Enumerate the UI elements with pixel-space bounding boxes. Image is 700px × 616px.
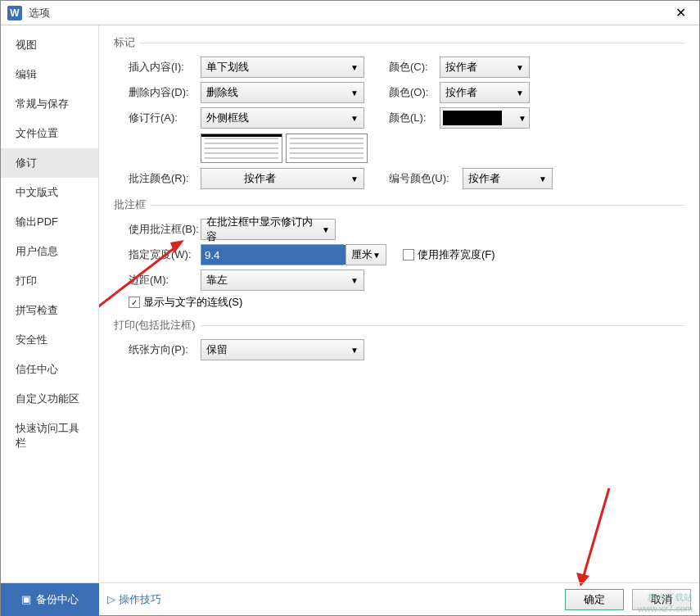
backup-icon: ▣ bbox=[21, 593, 31, 605]
margin-combo[interactable]: 靠左▼ bbox=[201, 270, 364, 291]
sidebar-item-output-pdf[interactable]: 输出PDF bbox=[1, 207, 98, 237]
unit-combo[interactable]: 厘米▼ bbox=[345, 244, 386, 265]
sidebar-item-revision[interactable]: 修订 bbox=[1, 148, 98, 178]
sidebar-item-edit[interactable]: 编辑 bbox=[1, 60, 98, 89]
section-mark: 标记 bbox=[114, 35, 684, 50]
color-o-label: 颜色(O): bbox=[389, 85, 440, 100]
chevron-down-icon: ▼ bbox=[350, 346, 359, 355]
sidebar-item-file-location[interactable]: 文件位置 bbox=[1, 119, 98, 148]
sidebar-item-trust-center[interactable]: 信任中心 bbox=[1, 355, 98, 384]
paper-value: 保留 bbox=[206, 342, 228, 357]
use-rec-width-label: 使用推荐宽度(F) bbox=[418, 247, 495, 262]
play-icon: ▷ bbox=[107, 593, 115, 605]
comment-color-label: 批注颜色(R): bbox=[129, 171, 201, 186]
use-balloon-combo[interactable]: 在批注框中显示修订内容▼ bbox=[201, 219, 336, 240]
watermark-line2: www.xz7.com bbox=[638, 604, 693, 614]
options-window: W 选项 ✕ 视图 编辑 常规与保存 文件位置 修订 中文版式 输出PDF 用户… bbox=[0, 0, 700, 616]
sidebar-item-security[interactable]: 安全性 bbox=[1, 325, 98, 355]
section-balloon-label: 批注框 bbox=[114, 197, 146, 212]
show-line-label: 显示与文字的连线(S) bbox=[143, 295, 242, 310]
chevron-down-icon: ▼ bbox=[373, 251, 381, 260]
backup-center-button[interactable]: ▣ 备份中心 bbox=[1, 583, 99, 616]
checkbox-icon bbox=[403, 249, 414, 260]
chevron-down-icon: ▼ bbox=[350, 174, 359, 183]
sidebar-item-spell-check[interactable]: 拼写检查 bbox=[1, 296, 98, 325]
section-print: 打印(包括批注框) bbox=[114, 318, 684, 333]
sidebar-item-user-info[interactable]: 用户信息 bbox=[1, 237, 98, 266]
chevron-down-icon: ▼ bbox=[516, 88, 524, 97]
sidebar-item-general-save[interactable]: 常规与保存 bbox=[1, 89, 98, 119]
sidebar-item-print[interactable]: 打印 bbox=[1, 266, 98, 296]
width-input[interactable]: ▲▼ bbox=[201, 244, 344, 265]
chevron-down-icon: ▼ bbox=[350, 63, 359, 72]
delete-combo-value: 删除线 bbox=[206, 85, 238, 100]
color-l-combo[interactable]: ▼ bbox=[440, 107, 530, 129]
chevron-down-icon: ▼ bbox=[518, 114, 526, 123]
section-print-label: 打印(包括批注框) bbox=[114, 318, 196, 333]
unit-value: 厘米 bbox=[351, 247, 373, 262]
color-l-label: 颜色(L): bbox=[389, 111, 440, 125]
checkbox-checked-icon bbox=[129, 297, 140, 308]
tips-label: 操作技巧 bbox=[119, 592, 161, 607]
paper-combo[interactable]: 保留▼ bbox=[201, 339, 364, 360]
section-balloon: 批注框 bbox=[114, 197, 684, 212]
delete-combo[interactable]: 删除线▼ bbox=[201, 82, 364, 103]
tips-link[interactable]: ▷ 操作技巧 bbox=[107, 592, 161, 607]
sidebar-item-chinese-layout[interactable]: 中文版式 bbox=[1, 178, 98, 207]
section-mark-label: 标记 bbox=[114, 35, 135, 50]
black-swatch bbox=[443, 111, 502, 125]
revised-combo[interactable]: 外侧框线▼ bbox=[201, 107, 364, 129]
titlebar: W 选项 ✕ bbox=[1, 1, 699, 25]
watermark: 极光下载站 www.xz7.com bbox=[638, 591, 693, 614]
footer: ▣ 备份中心 ▷ 操作技巧 确定 取消 bbox=[1, 582, 699, 615]
use-balloon-value: 在批注框中显示修订内容 bbox=[206, 215, 322, 244]
sidebar-item-customize-ribbon[interactable]: 自定义功能区 bbox=[1, 384, 98, 414]
num-color-combo[interactable]: 按作者▼ bbox=[463, 168, 553, 189]
show-line-checkbox[interactable]: 显示与文字的连线(S) bbox=[129, 295, 242, 310]
backup-label: 备份中心 bbox=[36, 592, 79, 607]
num-color-label: 编号颜色(U): bbox=[389, 171, 463, 186]
chevron-down-icon: ▼ bbox=[322, 225, 330, 234]
color-c-combo[interactable]: 按作者▼ bbox=[440, 57, 530, 78]
ok-button[interactable]: 确定 bbox=[565, 589, 624, 610]
margin-value: 靠左 bbox=[206, 273, 228, 288]
revised-label: 修订行(A): bbox=[129, 111, 201, 125]
chevron-down-icon: ▼ bbox=[539, 174, 547, 183]
color-c-value: 按作者 bbox=[445, 60, 477, 75]
sidebar-item-quick-access[interactable]: 快速访问工具栏 bbox=[1, 414, 98, 458]
color-o-combo[interactable]: 按作者▼ bbox=[440, 82, 530, 103]
preview-box-2 bbox=[286, 134, 368, 163]
width-label: 指定宽度(W): bbox=[129, 247, 201, 262]
main-panel: 标记 插入内容(I): 单下划线▼ 颜色(C): 按作者▼ 删除内容(D): 删… bbox=[99, 25, 699, 582]
color-o-value: 按作者 bbox=[445, 85, 477, 100]
margin-label: 边距(M): bbox=[129, 273, 201, 288]
chevron-down-icon: ▼ bbox=[516, 63, 524, 72]
num-color-value: 按作者 bbox=[468, 171, 500, 186]
watermark-line1: 极光下载站 bbox=[638, 591, 693, 604]
comment-color-combo[interactable]: 按作者▼ bbox=[201, 168, 364, 189]
chevron-down-icon: ▼ bbox=[350, 88, 359, 97]
color-c-label: 颜色(C): bbox=[389, 60, 440, 75]
close-icon[interactable]: ✕ bbox=[668, 5, 693, 20]
chevron-down-icon: ▼ bbox=[350, 114, 359, 123]
width-value-input[interactable] bbox=[201, 245, 346, 265]
revised-combo-value: 外侧框线 bbox=[206, 111, 249, 125]
sidebar: 视图 编辑 常规与保存 文件位置 修订 中文版式 输出PDF 用户信息 打印 拼… bbox=[1, 25, 99, 582]
window-title: 选项 bbox=[29, 6, 668, 20]
chevron-down-icon: ▼ bbox=[350, 276, 359, 285]
insert-combo[interactable]: 单下划线▼ bbox=[201, 57, 364, 78]
app-icon: W bbox=[7, 6, 22, 20]
paper-label: 纸张方向(P): bbox=[129, 342, 201, 357]
sidebar-item-view[interactable]: 视图 bbox=[1, 30, 98, 60]
use-rec-width-checkbox[interactable]: 使用推荐宽度(F) bbox=[403, 247, 495, 262]
comment-color-value: 按作者 bbox=[244, 171, 276, 186]
delete-label: 删除内容(D): bbox=[129, 85, 201, 100]
insert-label: 插入内容(I): bbox=[129, 60, 201, 75]
insert-combo-value: 单下划线 bbox=[206, 60, 249, 75]
preview-box-1 bbox=[201, 134, 282, 163]
use-balloon-label: 使用批注框(B): bbox=[129, 222, 201, 237]
